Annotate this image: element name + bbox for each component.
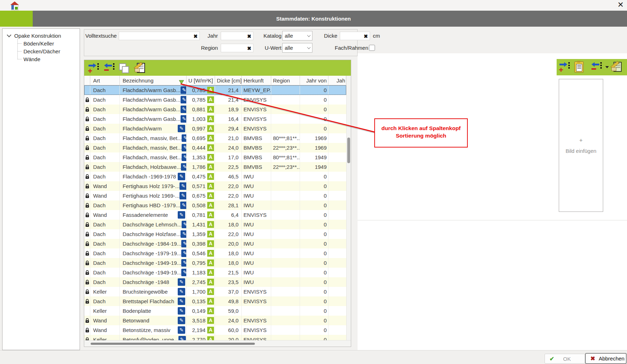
table-row[interactable]: DachFlachdach/warm✎0,997A29,4ENVISYS0 xyxy=(84,124,346,133)
horizontal-scrollbar[interactable] xyxy=(84,340,351,347)
chevron-down-icon[interactable] xyxy=(7,33,11,37)
table-row[interactable]: DachDachschräge -1948✎2,745A23,5IWU0 xyxy=(84,277,346,287)
clear-volltextsuche-icon[interactable]: ✖ xyxy=(193,32,198,41)
ok-button[interactable]: ✔ OK xyxy=(545,354,585,364)
table-row[interactable]: DachDachschräge Lehmsch...✎1,431A18,0IWU… xyxy=(84,220,346,229)
edit-pencil-button[interactable]: ✎ xyxy=(181,115,187,123)
table-row[interactable]: DachFlachdach, Holzbauwe...✎1,786A22,5BM… xyxy=(84,162,346,172)
edit-pencil-button[interactable]: ✎ xyxy=(178,125,185,132)
energy-class-badge: A xyxy=(207,135,214,141)
table-row[interactable]: DachDachschräge Holzfase...✎1,359A22,0IW… xyxy=(84,229,346,239)
cancel-button[interactable]: ✖ Abbrechen xyxy=(585,353,627,364)
table-row[interactable]: DachFlachdach/warm Gasb...✎0,785A21,4MEY… xyxy=(84,85,346,95)
table-row[interactable]: DachDachschräge -1984-19...✎0,398A20,0IW… xyxy=(84,239,346,248)
dicke-input[interactable]: ✖ xyxy=(340,32,370,40)
table-row[interactable]: DachFertighaus HBD -1979...✎0,508A28,1IW… xyxy=(84,200,346,210)
edit-pencil-button[interactable]: ✎ xyxy=(178,326,185,334)
edit-pencil-button[interactable]: ✎ xyxy=(179,192,187,199)
edit-pencil-button[interactable]: ✎ xyxy=(178,288,185,295)
edit-pencil-button[interactable]: ✎ xyxy=(182,154,187,161)
table-row[interactable]: DachDachschräge -1949-19...✎0,795A18,0IW… xyxy=(84,258,346,268)
column-header-region[interactable]: Region xyxy=(271,76,300,85)
table-row[interactable]: WandFassadenelemente✎0,781A6,4ENVISYS0 xyxy=(84,210,346,220)
volltextsuche-input[interactable]: ✖ xyxy=(119,32,200,40)
edit-pencil-button[interactable]: ✎ xyxy=(182,134,187,142)
edit-pencil-button[interactable]: ✎ xyxy=(178,307,185,315)
table-row[interactable]: DachFlachdach, massiv, Bet...✎0,444A24,0… xyxy=(84,143,346,152)
edit-pencil-button[interactable]: ✎ xyxy=(182,144,187,151)
uwert-select[interactable]: alle xyxy=(282,43,312,53)
copy-button[interactable] xyxy=(118,62,130,74)
add-image-button[interactable]: + xyxy=(559,61,571,73)
edit-pencil-button[interactable]: ✎ xyxy=(178,336,186,340)
vertical-scrollbar-thumb[interactable] xyxy=(347,138,350,163)
tree-item[interactable]: Decken/Dächer xyxy=(17,47,80,55)
table-row[interactable]: DachFlachdach, massiv, Bet...✎0,695A21,0… xyxy=(84,133,346,143)
remove-entry-button[interactable] xyxy=(103,62,116,74)
dropdown-chevron-icon[interactable] xyxy=(605,66,609,68)
energy-class-badge: A xyxy=(207,288,214,295)
edit-pencil-button[interactable]: ✎ xyxy=(178,317,185,324)
table-row[interactable]: DachDachschräge -1949-19...✎1,183A21,5IW… xyxy=(84,268,346,277)
table-row[interactable]: DachFlachdach/warm Gasb...✎0,785A21,4ENV… xyxy=(84,95,346,105)
table-row[interactable]: KellerBetonfußboden, unge...✎2,770A20,0E… xyxy=(84,335,346,340)
edit-pencil-button[interactable]: ✎ xyxy=(181,240,187,247)
lock-column-header[interactable] xyxy=(84,76,90,85)
fach-rahmen-checkbox[interactable] xyxy=(369,45,375,51)
edit-pencil-button[interactable]: ✎ xyxy=(181,86,187,94)
column-header-jahr-von[interactable]: Jahr von xyxy=(300,76,328,85)
table-row[interactable]: DachDachschräge -1979-19...✎0,546A18,0IW… xyxy=(84,248,346,258)
add-entry-button[interactable]: + xyxy=(88,62,100,74)
column-header-jahr-bis[interactable]: Jah xyxy=(328,76,346,85)
insert-image-dropzone[interactable]: + Bild einfügen xyxy=(559,79,603,212)
edit-pencil-button[interactable]: ✎ xyxy=(181,106,187,113)
tree-item[interactable]: Wände xyxy=(17,55,80,63)
paste-button[interactable] xyxy=(573,61,585,73)
edit-pencil-button[interactable]: ✎ xyxy=(181,163,187,171)
column-header-bezeichnung[interactable]: Bezeichnung xyxy=(120,76,187,85)
column-header-dicke[interactable]: Dicke [cm] xyxy=(215,76,242,85)
table-row[interactable]: KellerBruchsteingewölbe✎1,700A37,0ENVISY… xyxy=(84,287,346,296)
edit-pencil-button[interactable]: ✎ xyxy=(181,259,187,267)
vertical-scrollbar[interactable] xyxy=(346,76,351,340)
edit-pencil-button[interactable]: ✎ xyxy=(178,278,185,286)
edit-pencil-button[interactable]: ✎ xyxy=(178,211,185,219)
tree-item[interactable]: Böden/Keller xyxy=(17,39,80,47)
table-row[interactable]: DachFlachdach/warm Gasb...✎1,003A16,4ENV… xyxy=(84,114,346,124)
table-row[interactable]: KellerBodenplatte✎0,149A59,00 xyxy=(84,306,346,316)
table-row[interactable]: DachFlachdach, massiv, Bet...✎1,353A17,0… xyxy=(84,152,346,162)
remove-image-button[interactable] xyxy=(591,61,603,73)
edit-image-button[interactable] xyxy=(611,61,623,73)
clear-dicke-icon[interactable]: ✖ xyxy=(364,32,368,41)
clear-region-icon[interactable]: ✖ xyxy=(247,44,251,53)
edit-pencil-button[interactable]: ✎ xyxy=(180,202,187,209)
tree-item-opake-konstruktion[interactable]: Opake Konstruktion xyxy=(2,32,80,39)
edit-pencil-button[interactable]: ✎ xyxy=(181,250,187,257)
column-header-u-wert[interactable]: U [W/m²K] xyxy=(187,76,215,85)
katalog-select[interactable]: alle xyxy=(282,31,312,41)
table-row[interactable]: WandBetonstütze, massiv✎2,194A60,0ENVISY… xyxy=(84,325,346,335)
edit-pencil-button[interactable]: ✎ xyxy=(179,182,187,190)
edit-pencil-button[interactable]: ✎ xyxy=(181,269,187,276)
edit-pencil-button[interactable]: ✎ xyxy=(178,173,185,180)
column-header-herkunft[interactable]: Herkunft xyxy=(242,76,271,85)
table-row[interactable]: DachFlachdach/warm Gasb...✎0,881A18,9ENV… xyxy=(84,105,346,114)
clear-jahr-icon[interactable]: ✖ xyxy=(247,32,251,41)
edit-document-button[interactable] xyxy=(134,62,146,74)
region-cell xyxy=(271,220,300,229)
column-header-art[interactable]: Art xyxy=(90,76,120,85)
table-row[interactable]: WandBetonwand✎3,518A24,0ENVISYS0 xyxy=(84,316,346,325)
region-input[interactable]: ✖ xyxy=(221,44,253,52)
edit-pencil-button[interactable]: ✎ xyxy=(181,96,187,103)
edit-pencil-button[interactable]: ✎ xyxy=(181,230,187,238)
edit-pencil-button[interactable]: ✎ xyxy=(178,298,185,305)
table-row[interactable]: DachFlachdach -1969-1978✎0,475A46,5IWU0 xyxy=(84,172,346,181)
jahr-input[interactable]: ✖ xyxy=(221,32,253,40)
herkunft-cell: ENVISYS xyxy=(242,325,271,335)
window-close-button[interactable]: × xyxy=(618,0,623,10)
edit-pencil-button[interactable]: ✎ xyxy=(182,221,187,228)
table-row[interactable]: DachBrettstapel Flachdach✎0,135A49,8ENVI… xyxy=(84,296,346,306)
table-row[interactable]: WandFertighaus Holz 1969-...✎0,675A22,0I… xyxy=(84,191,346,200)
horizontal-scrollbar-thumb[interactable] xyxy=(91,343,255,345)
table-row[interactable]: WandFertighaus Holz 1979-...✎0,571A22,0I… xyxy=(84,181,346,191)
